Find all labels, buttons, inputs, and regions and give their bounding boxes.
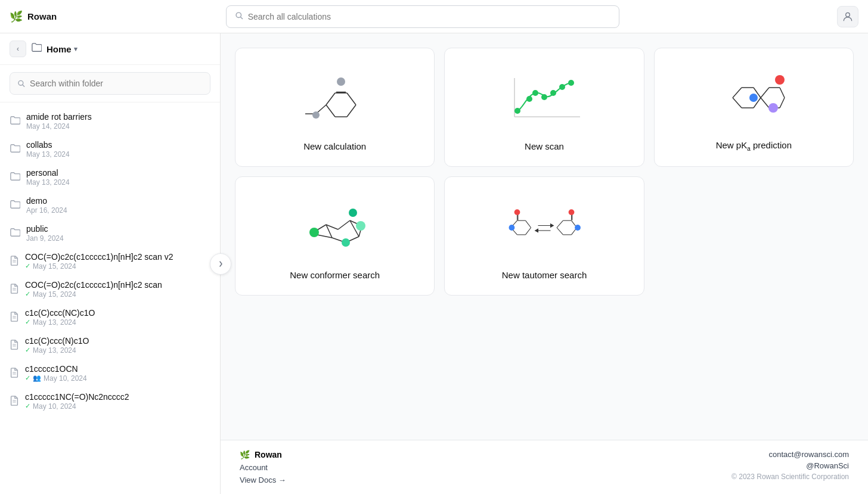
contact-email-link[interactable]: contact@rowansci.com bbox=[768, 450, 849, 459]
sidebar-file-item[interactable]: COC(=O)c2c(c1ccccc1)n[nH]c2 scan v2 ✓ Ma… bbox=[0, 247, 220, 275]
folder-item-icon bbox=[10, 144, 20, 156]
new-pka-label: New pKa prediction bbox=[716, 140, 792, 152]
account-link[interactable]: Account bbox=[240, 463, 286, 472]
folder-item-name: demo bbox=[26, 196, 67, 206]
file-item-meta: ✓ May 15, 2024 bbox=[25, 290, 162, 299]
file-item-info: COC(=O)c2c(c1ccccc1)n[nH]c2 scan v2 ✓ Ma… bbox=[25, 252, 173, 271]
file-item-name: COC(=O)c2c(c1ccccc1)n[nH]c2 scan bbox=[25, 280, 162, 290]
folder-item-date: May 13, 2024 bbox=[26, 178, 70, 187]
svg-point-27 bbox=[312, 111, 320, 119]
folder-item-icon bbox=[10, 200, 20, 212]
svg-point-50 bbox=[749, 94, 758, 102]
check-icon: ✓ bbox=[25, 262, 30, 270]
folder-item-name: amide rot barriers bbox=[26, 112, 92, 122]
file-item-meta: ✓ May 13, 2024 bbox=[25, 318, 95, 327]
new-pka-card[interactable]: New pKa prediction bbox=[654, 48, 854, 167]
svg-line-43 bbox=[761, 88, 769, 98]
svg-point-36 bbox=[568, 80, 574, 86]
sidebar-file-item[interactable]: c1c(C)ccc(N)c1O ✓ May 13, 2024 bbox=[0, 331, 220, 359]
file-item-meta: ✓ May 15, 2024 bbox=[25, 262, 173, 271]
new-tautomer-label: New tautomer search bbox=[502, 270, 587, 280]
sidebar-folder-item[interactable]: amide rot barriers May 14, 2024 bbox=[0, 107, 220, 135]
back-button[interactable]: ‹ bbox=[10, 41, 26, 57]
folder-item-name: public bbox=[26, 224, 64, 234]
file-item-date: May 13, 2024 bbox=[33, 346, 76, 355]
folder-item-info: personal May 13, 2024 bbox=[26, 168, 70, 187]
team-icon: 👥 bbox=[33, 374, 41, 382]
home-text: Home bbox=[46, 44, 72, 54]
home-label[interactable]: Home ▾ bbox=[46, 44, 78, 54]
global-search-input[interactable] bbox=[248, 12, 610, 21]
svg-line-20 bbox=[347, 105, 356, 117]
footer-brand: 🌿 Rowan bbox=[240, 450, 286, 459]
folder-icon bbox=[31, 43, 42, 55]
new-scan-card[interactable]: New scan bbox=[444, 48, 644, 167]
check-icon: ✓ bbox=[25, 374, 30, 382]
new-tautomer-card[interactable]: New tautomer search bbox=[444, 176, 644, 296]
svg-point-34 bbox=[550, 90, 556, 96]
file-item-date: May 15, 2024 bbox=[33, 290, 76, 299]
svg-line-80 bbox=[557, 220, 563, 228]
folder-item-date: Apr 16, 2024 bbox=[26, 206, 67, 215]
folder-item-name: collabs bbox=[26, 140, 70, 150]
folder-item-info: collabs May 13, 2024 bbox=[26, 140, 70, 159]
brand: 🌿 Rowan bbox=[10, 10, 117, 23]
footer-brand-emoji: 🌿 bbox=[240, 450, 250, 459]
sidebar-file-item[interactable]: c1c(C)ccc(NC)c1O ✓ May 13, 2024 bbox=[0, 303, 220, 331]
file-item-name: COC(=O)c2c(c1ccccc1)n[nH]c2 scan v2 bbox=[25, 252, 173, 262]
file-item-icon bbox=[10, 395, 19, 408]
svg-point-62 bbox=[309, 228, 319, 237]
sidebar-file-item[interactable]: COC(=O)c2c(c1ccccc1)n[nH]c2 scan ✓ May 1… bbox=[0, 275, 220, 303]
sidebar-folder-item[interactable]: personal May 13, 2024 bbox=[0, 163, 220, 191]
svg-marker-77 bbox=[550, 223, 553, 227]
twitter-link[interactable]: @RowanSci bbox=[806, 461, 849, 470]
footer-brand-name: Rowan bbox=[255, 450, 282, 459]
search-within-section bbox=[0, 65, 220, 102]
svg-point-88 bbox=[569, 209, 575, 215]
collapse-sidebar-button[interactable] bbox=[210, 253, 231, 275]
svg-point-26 bbox=[337, 77, 345, 86]
search-within-bar[interactable] bbox=[10, 72, 210, 95]
new-calculation-card[interactable]: New calculation bbox=[235, 48, 435, 167]
new-conformer-label: New conformer search bbox=[290, 270, 380, 280]
file-item-meta: ✓ May 10, 2024 bbox=[25, 402, 129, 411]
new-conformer-card[interactable]: New conformer search bbox=[235, 176, 435, 296]
folder-item-icon bbox=[10, 172, 20, 184]
new-conformer-illustration bbox=[293, 195, 377, 260]
sidebar-wrapper: ‹ Home ▾ bbox=[0, 33, 221, 494]
sidebar-folder-item[interactable]: demo Apr 16, 2024 bbox=[0, 191, 220, 219]
avatar-button[interactable] bbox=[837, 6, 858, 27]
svg-point-74 bbox=[514, 209, 520, 215]
sidebar-file-item[interactable]: c1ccccc1NC(=O)Nc2ncccc2 ✓ May 10, 2024 bbox=[0, 387, 220, 415]
footer-right: contact@rowansci.com @RowanSci © 2023 Ro… bbox=[731, 450, 849, 481]
folder-item-date: Jan 9, 2024 bbox=[26, 234, 64, 243]
global-search-bar[interactable] bbox=[226, 5, 619, 28]
sidebar-header: ‹ Home ▾ bbox=[0, 33, 220, 65]
folder-item-date: May 14, 2024 bbox=[26, 122, 92, 131]
docs-link[interactable]: View Docs → bbox=[240, 476, 286, 484]
svg-point-51 bbox=[768, 103, 778, 113]
svg-line-22 bbox=[326, 105, 335, 117]
file-item-date: May 15, 2024 bbox=[33, 262, 76, 271]
folder-item-icon bbox=[10, 228, 20, 240]
file-item-date: May 10, 2024 bbox=[44, 374, 87, 383]
file-item-icon bbox=[10, 311, 19, 324]
svg-line-45 bbox=[780, 88, 785, 98]
folder-item-date: May 13, 2024 bbox=[26, 150, 70, 159]
file-item-name: c1c(C)ccc(NC)c1O bbox=[25, 308, 95, 318]
sidebar-list: amide rot barriers May 14, 2024 collabs … bbox=[0, 102, 220, 494]
sidebar-folder-item[interactable]: public Jan 9, 2024 bbox=[0, 219, 220, 247]
file-item-date: May 10, 2024 bbox=[33, 402, 76, 411]
folder-item-name: personal bbox=[26, 168, 70, 178]
svg-line-37 bbox=[733, 88, 742, 98]
search-within-input[interactable] bbox=[30, 79, 203, 88]
search-icon bbox=[235, 11, 243, 21]
sidebar-folder-item[interactable]: collabs May 13, 2024 bbox=[0, 135, 220, 163]
svg-point-33 bbox=[541, 94, 547, 100]
sidebar-file-item[interactable]: c1ccccc1OCN ✓ 👥 May 10, 2024 bbox=[0, 359, 220, 387]
svg-point-65 bbox=[349, 209, 357, 217]
svg-point-75 bbox=[509, 225, 514, 231]
content-area: New calculation bbox=[221, 33, 868, 494]
file-item-name: c1c(C)ccc(N)c1O bbox=[25, 336, 89, 346]
svg-line-42 bbox=[733, 98, 742, 108]
